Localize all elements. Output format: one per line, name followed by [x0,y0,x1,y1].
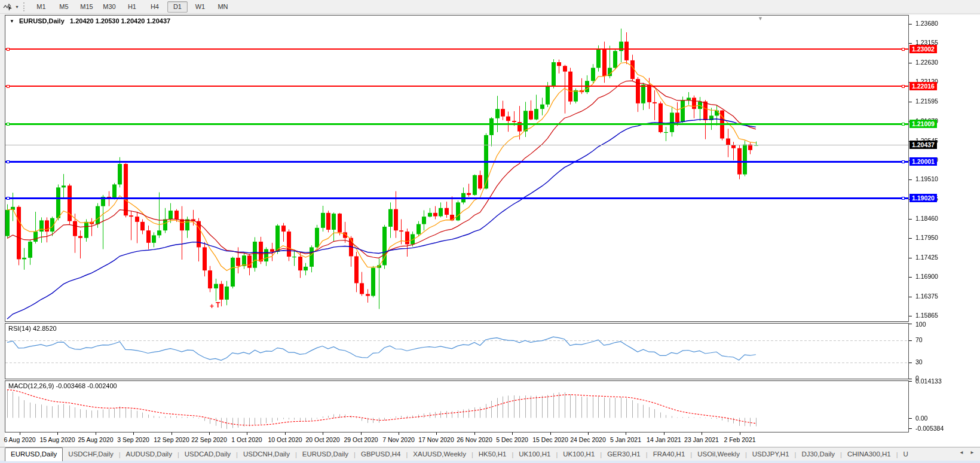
date-axis-tick [550,432,551,435]
price-axis-label: 1.19510 [915,175,938,182]
cursor-tool-button[interactable]: ▼ [3,2,19,11]
timeframe-button-MN[interactable]: MN [213,1,233,13]
date-axis-label: 14 Jan 2021 [647,436,681,443]
date-axis-tick [361,432,362,435]
tab-scroll-arrows: ◄ ► [957,450,977,455]
horizontal-line-1.22016[interactable] [5,86,908,87]
chart-tab-usdchf-daily[interactable]: USDCHF,Daily [63,448,118,461]
line-handle-left[interactable] [7,48,10,51]
price-axis-label: 1.21595 [915,98,938,105]
macd-axis-tick [909,428,912,429]
timeframe-button-W1[interactable]: W1 [190,1,210,13]
rsi-axis-tick [909,340,912,341]
date-axis-label: 22 Sep 2020 [191,436,227,443]
date-axis-label: 5 Dec 2020 [496,436,528,443]
tab-scroll-right-icon[interactable]: ► [967,449,977,456]
price-axis-label: 1.15865 [915,312,938,319]
date-axis-tick [474,432,475,435]
price-axis-tick [909,316,912,316]
rsi-axis-label: 30 [915,358,923,365]
date-axis-tick [512,432,513,435]
price-axis-tick [909,43,912,44]
date-axis-label: 26 Nov 2020 [457,436,492,443]
timeframe-button-M5[interactable]: M5 [54,1,74,13]
date-axis-tick [133,432,134,435]
chart-tab-usdjpy-h1[interactable]: USDJPY,H1 [747,448,795,461]
date-axis-label: 1 Oct 2020 [231,436,262,443]
cursor-tool-icon [3,2,13,11]
chart-tab-gbpusd-h4[interactable]: GBPUSD,H4 [356,448,406,461]
horizontal-line-1.19020[interactable] [5,197,908,199]
chart-tab-fra40-h1[interactable]: FRA40,H1 [648,448,691,461]
chart-tab-u[interactable]: U [898,448,908,461]
date-axis-label: 23 Jan 2021 [684,436,719,443]
line-handle-left[interactable] [7,197,10,200]
chart-tab-usdcnh-daily[interactable]: USDCNH,Daily [238,448,295,461]
horizontal-line-1.23002[interactable] [5,48,908,50]
line-handle-right[interactable] [902,160,905,163]
candlestick-chart-canvas[interactable] [5,16,908,321]
chevron-down-icon[interactable]: ▼ [15,5,19,9]
price-axis-label: 1.22630 [915,59,938,66]
line-handle-left[interactable] [7,160,10,163]
chart-tab-eurusd-daily-active[interactable]: EURUSD,Daily [5,447,63,461]
price-axis-label: 1.16375 [915,293,938,300]
tab-scroll-left-icon[interactable]: ◄ [957,449,966,456]
price-axis-tick [909,63,912,63]
horizontal-line-1.21009[interactable] [5,123,908,125]
macd-label: MACD(12,26,9) -0.003468 -0.002400 [8,382,117,389]
timeframe-button-M30[interactable]: M30 [99,1,120,13]
current-price-badge: 1.20437 [909,141,937,149]
rsi-axis-tick [909,363,912,363]
chart-tab-china300-h1[interactable]: CHINA300,H1 [842,448,896,461]
date-axis-label: 10 Oct 2020 [268,436,302,443]
chart-shift-marker-icon[interactable]: ▼ [758,16,763,22]
chart-tab-dj30-daily[interactable]: DJ30,Daily [796,448,840,461]
date-axis-label: 17 Nov 2020 [418,436,454,443]
rsi-axis-tick [909,324,912,324]
date-axis[interactable]: 6 Aug 202015 Aug 202025 Aug 20203 Sep 20… [5,432,980,447]
horizontal-line-1.20001[interactable] [5,161,908,163]
trade-marker-icon: T [216,302,220,308]
date-axis-tick [702,432,702,435]
chart-dropdown-icon[interactable]: ▼ [10,19,14,24]
macd-chart-canvas[interactable] [5,381,908,432]
timeframe-button-H4[interactable]: H4 [145,1,165,13]
price-line-badge: 1.19020 [909,194,937,202]
macd-axis-label: 0.014133 [915,377,942,385]
chart-tab-xauusd-weekly[interactable]: XAUUSD,Weekly [408,448,471,461]
timeframe-button-M1[interactable]: M1 [31,1,51,13]
rsi-axis-label: 70 [915,336,923,343]
line-handle-right[interactable] [902,123,905,126]
date-axis-label: 3 Sep 2020 [117,436,149,443]
macd-axis-label: -0.005384 [915,425,944,432]
timeframe-button-H1[interactable]: H1 [122,1,142,13]
line-handle-right[interactable] [902,197,905,200]
rsi-chart-canvas[interactable] [5,324,908,379]
price-line-badge: 1.22016 [909,82,937,90]
line-handle-left[interactable] [7,123,10,126]
chart-tab-uk100-h1[interactable]: UK100,H1 [558,448,600,461]
chart-tab-eurusd-daily[interactable]: EURUSD,Daily [297,448,354,461]
chart-tab-ger30-h1[interactable]: GER30,H1 [602,448,646,461]
chart-tab-audusd-daily[interactable]: AUDUSD,Daily [121,448,177,461]
chart-tab-usdcad-daily[interactable]: USDCAD,Daily [179,448,236,461]
date-axis-tick [57,432,58,435]
line-handle-right[interactable] [902,85,905,88]
rsi-label: RSI(14) 42.8520 [8,325,57,332]
line-handle-left[interactable] [7,85,10,88]
date-axis-label: 24 Dec 2020 [570,436,606,443]
date-axis-tick [96,432,96,435]
date-axis-tick [172,432,172,435]
chart-tab-hk50-h1[interactable]: HK50,H1 [473,448,512,461]
rsi-axis-label: 100 [915,321,926,328]
chart-tab-uk100-h1[interactable]: UK100,H1 [513,448,556,461]
line-handle-right[interactable] [902,48,905,51]
timeframe-buttons: M1M5M15M30H1H4D1W1MN [30,1,234,13]
timeframe-button-D1[interactable]: D1 [167,1,188,13]
current-price-line [5,145,908,145]
trading-terminal-window: ▼ M1M5M15M30H1H4D1W1MN ▼ EURUSD,Daily 1.… [0,0,980,463]
macd-axis-tick [909,418,912,419]
chart-tab-usoil-weekly[interactable]: USOil,Weekly [692,448,745,461]
timeframe-button-M15[interactable]: M15 [76,1,97,13]
